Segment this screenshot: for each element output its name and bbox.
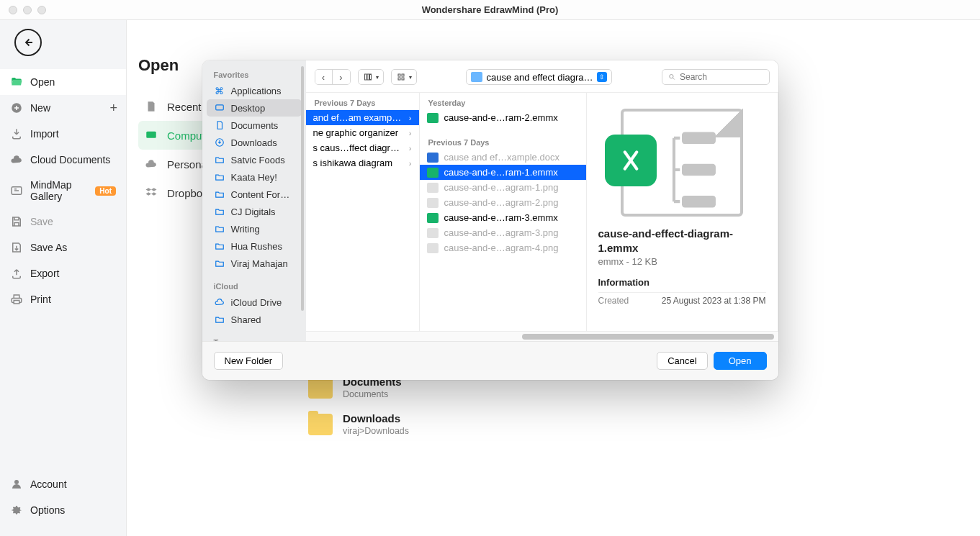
path-text: cause and effect diagra… [487, 72, 593, 83]
file-row[interactable]: cause-and-e…agram-4.png [420, 240, 586, 255]
emmx-icon [427, 168, 439, 178]
file-row[interactable]: s caus…ffect diagram› [306, 140, 419, 155]
shared-icon [214, 314, 225, 325]
icloud-icon [214, 296, 225, 308]
png-icon [427, 243, 439, 253]
svg-rect-20 [398, 74, 400, 76]
folder-icon [214, 258, 225, 269]
png-icon [427, 183, 439, 193]
fsb-folder[interactable]: Satvic Foods [202, 151, 306, 168]
folder-icon [214, 171, 225, 183]
preview-thumbnail [621, 109, 743, 217]
desktop-icon [214, 102, 225, 114]
documents-icon [214, 119, 225, 131]
nav-segment: ‹ › [315, 69, 351, 85]
new-folder-button[interactable]: New Folder [214, 352, 283, 370]
file-row[interactable]: ne graphic organizer› [306, 125, 419, 140]
emmx-icon [427, 213, 439, 223]
file-row[interactable]: and ef…am examples› [306, 110, 419, 125]
open-button[interactable]: Open [714, 352, 767, 370]
svg-rect-26 [682, 164, 716, 176]
back-button[interactable]: ‹ [315, 70, 333, 84]
app-badge-icon [605, 135, 657, 186]
file-row-selected[interactable]: cause-and-e…ram-1.emmx [420, 165, 586, 180]
search-box[interactable] [662, 69, 770, 85]
fsb-folder[interactable]: Writing [202, 220, 306, 237]
file-row[interactable]: cause-and-e…agram-1.png [420, 180, 586, 195]
folder-icon [214, 223, 225, 235]
info-key: Created [598, 296, 629, 306]
svg-rect-22 [398, 78, 400, 80]
apps-icon: ⌘ [214, 85, 225, 96]
chevron-right-icon: › [409, 144, 412, 153]
fsb-folder[interactable]: Viraj Mahajan [202, 255, 306, 272]
fsb-folder[interactable]: CJ Digitals [202, 203, 306, 220]
group-header: Previous 7 Days [420, 132, 586, 150]
svg-rect-15 [215, 105, 223, 110]
column-2[interactable]: Yesterday cause-and-e…ram-2.emmx Previou… [420, 93, 587, 331]
folder-icon [214, 154, 225, 165]
fsb-folder[interactable]: Hua Rushes [202, 237, 306, 255]
fsb-desktop[interactable]: Desktop [207, 99, 302, 117]
file-row[interactable]: cause-and-e…agram-2.png [420, 195, 586, 210]
svg-rect-27 [682, 196, 716, 208]
info-heading: Information [598, 277, 766, 288]
folder-icon [214, 188, 225, 200]
search-icon [668, 73, 676, 81]
svg-point-24 [669, 75, 673, 78]
fsb-documents[interactable]: Documents [202, 117, 306, 134]
folder-icon [471, 72, 482, 82]
file-dialog: Favorites ⌘Applications Desktop Document… [202, 60, 778, 380]
group-header: Previous 7 Days [306, 93, 419, 110]
path-pill[interactable]: cause and effect diagra… ⇳ [466, 69, 613, 85]
downloads-icon [214, 137, 225, 148]
chevron-updown-icon[interactable]: ⇳ [597, 72, 607, 82]
preview-meta: emmx - 12 KB [598, 256, 766, 267]
fsb-head-favorites: Favorites [202, 68, 306, 82]
emmx-icon [427, 113, 439, 123]
preview-filename: cause-and-effect-diagram-1.emmx [598, 227, 766, 255]
chevron-right-icon: › [409, 129, 412, 137]
file-row[interactable]: cause-and-e…ram-2.emmx [420, 110, 586, 125]
fsb-shared[interactable]: Shared [202, 311, 306, 328]
folder-icon [214, 206, 225, 217]
info-row-created: Created 25 August 2023 at 1:38 PM [598, 292, 766, 309]
file-row[interactable]: cause-and-e…ram-3.emmx [420, 210, 586, 225]
png-icon [427, 228, 439, 238]
group-button[interactable]: ▾ [391, 69, 417, 85]
svg-rect-25 [682, 132, 716, 145]
column-1[interactable]: Previous 7 Days and ef…am examples› ne g… [306, 93, 420, 331]
fsb-folder[interactable]: Content For… [202, 186, 306, 203]
file-row[interactable]: cause and ef…xample.docx [420, 150, 586, 165]
view-columns-button[interactable]: ▾ [358, 69, 384, 85]
finder-sidebar[interactable]: Favorites ⌘Applications Desktop Document… [202, 60, 306, 341]
file-dialog-overlay: Favorites ⌘Applications Desktop Document… [0, 0, 980, 536]
fsb-head-tags: Tags [202, 335, 306, 341]
png-icon [427, 198, 439, 208]
docx-icon [427, 153, 439, 163]
search-input[interactable] [680, 72, 763, 82]
fsb-applications[interactable]: ⌘Applications [202, 82, 306, 99]
fsb-folder[interactable]: Kaata Hey! [202, 168, 306, 186]
svg-rect-21 [402, 74, 404, 76]
cancel-button[interactable]: Cancel [657, 352, 707, 370]
fsb-head-icloud: iCloud [202, 279, 306, 294]
group-header: Yesterday [420, 93, 586, 110]
preview-column: cause-and-effect-diagram-1.emmx emmx - 1… [587, 93, 778, 331]
svg-rect-17 [364, 74, 367, 80]
chevron-right-icon: › [409, 114, 412, 122]
svg-rect-18 [367, 74, 369, 80]
file-row[interactable]: s ishikawa diagram› [306, 155, 419, 171]
info-value: 25 August 2023 at 1:38 PM [662, 296, 766, 306]
horizontal-scrollbar[interactable] [306, 331, 778, 341]
chevron-right-icon: › [409, 159, 412, 168]
finder-toolbar: ‹ › ▾ ▾ cause and effect diagra… ⇳ [306, 60, 778, 93]
svg-rect-23 [402, 78, 404, 80]
folder-icon [214, 240, 225, 252]
file-row[interactable]: cause-and-e…agram-3.png [420, 225, 586, 240]
forward-button[interactable]: › [333, 70, 350, 84]
fsb-icloud-drive[interactable]: iCloud Drive [202, 294, 306, 311]
fsb-downloads[interactable]: Downloads [202, 134, 306, 151]
finder-footer: New Folder Cancel Open [202, 341, 778, 380]
svg-rect-19 [369, 74, 371, 80]
